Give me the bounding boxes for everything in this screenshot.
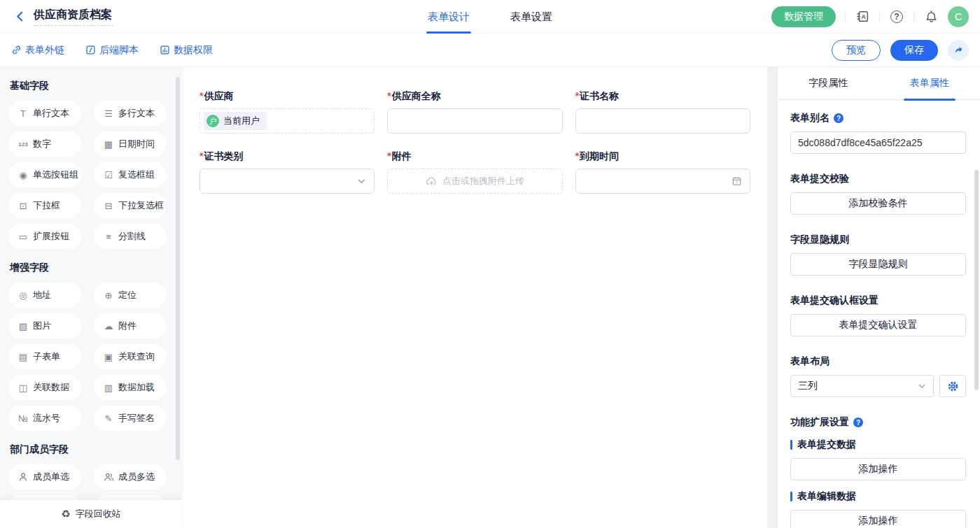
gear-icon bbox=[947, 380, 959, 392]
notification-bell-icon[interactable] bbox=[923, 9, 939, 24]
date-control[interactable]: 7 bbox=[575, 169, 750, 194]
sidebar-item-linked-query[interactable]: ▣关联查询 bbox=[94, 344, 167, 369]
divider bbox=[913, 12, 914, 22]
user-avatar[interactable]: C bbox=[948, 6, 969, 27]
chevron-left-icon bbox=[14, 10, 26, 22]
sidebar-item-linked-data[interactable]: ◫关联数据 bbox=[8, 375, 81, 400]
form-layout-select[interactable]: 三列 bbox=[790, 375, 934, 397]
add-validation-button[interactable]: 添加校验条件 bbox=[790, 192, 966, 215]
sidebar-section-title: 基础字段 bbox=[10, 80, 172, 92]
form-field[interactable]: *附件点击或拖拽附件上传 bbox=[387, 150, 562, 194]
sidebar-item-location[interactable]: ⊕定位 bbox=[94, 283, 167, 308]
panel-scrollbar[interactable] bbox=[974, 170, 979, 390]
upload-control[interactable]: 点击或拖拽附件上传 bbox=[387, 169, 562, 194]
form-properties-body: 表单别名 ? 表单提交校验 添加校验条件 字段显隐规则 字段显隐规则 表单提交确… bbox=[778, 100, 980, 528]
sidebar-item-single-line-text[interactable]: T单行文本 bbox=[8, 101, 81, 126]
form-alias-input[interactable] bbox=[790, 131, 966, 154]
tab-form-properties[interactable]: 表单属性 bbox=[879, 67, 980, 99]
sidebar-item-label: 关联查询 bbox=[118, 350, 155, 363]
required-marker: * bbox=[575, 90, 579, 101]
multi-line-text-icon: ☰ bbox=[103, 108, 114, 119]
sidebar-item-member-multi[interactable]: 成员多选 bbox=[94, 464, 167, 490]
field-visibility-button[interactable]: 字段显隐规则 bbox=[790, 253, 966, 276]
external-link-button[interactable]: 表单外链 bbox=[11, 44, 64, 57]
linked-data-icon: ◫ bbox=[18, 383, 29, 393]
data-permission-button[interactable]: 数据权限 bbox=[160, 44, 213, 57]
form-field[interactable]: *供应商全称 bbox=[387, 90, 562, 134]
attachment-icon: ☁ bbox=[103, 321, 114, 331]
member-multi-icon bbox=[103, 472, 114, 482]
cloud-upload-icon bbox=[426, 176, 438, 186]
sidebar-item-dropdown[interactable]: ⊡下拉框 bbox=[8, 193, 81, 218]
sidebar-item-image[interactable]: ▨图片 bbox=[8, 313, 81, 338]
preview-button[interactable]: 预览 bbox=[832, 40, 881, 61]
help-icon[interactable]: ? bbox=[834, 113, 844, 123]
form-design-canvas[interactable]: *供应商户当前用户*供应商全称*证书名称*证书类别*附件点击或拖拽附件上传*到期… bbox=[182, 67, 767, 528]
save-button[interactable]: 保存 bbox=[890, 40, 938, 61]
user-tag-label: 当前用户 bbox=[223, 115, 260, 127]
toolbar-actions: 预览 保存 bbox=[832, 40, 969, 61]
tab-field-properties[interactable]: 字段属性 bbox=[778, 67, 879, 99]
sidebar-item-divider[interactable]: ≡分割线 bbox=[94, 224, 167, 249]
form-layout-label: 表单布局 bbox=[790, 355, 966, 368]
sidebar-item-label: 地址 bbox=[33, 289, 51, 301]
required-marker: * bbox=[200, 150, 203, 162]
form-field[interactable]: *证书名称 bbox=[575, 90, 750, 134]
sidebar-item-label: 关联数据 bbox=[33, 381, 69, 394]
accent-bar bbox=[790, 492, 792, 501]
sidebar-item-serial-number[interactable]: №流水号 bbox=[8, 406, 81, 431]
backend-script-button[interactable]: 后端脚本 bbox=[85, 44, 139, 57]
text-input-control[interactable] bbox=[575, 108, 750, 134]
user-tag[interactable]: 户当前用户 bbox=[204, 112, 267, 130]
form-field[interactable]: *到期时间7 bbox=[575, 150, 750, 194]
form-field[interactable]: *证书类别 bbox=[200, 150, 374, 194]
sidebar-item-label: 附件 bbox=[118, 320, 136, 332]
help-icon[interactable]: ? bbox=[889, 9, 904, 24]
sidebar-item-radio-group[interactable]: ◉单选按钮组 bbox=[8, 162, 81, 187]
data-permission-icon bbox=[160, 45, 170, 55]
back-button[interactable] bbox=[11, 8, 28, 25]
tab-form-design[interactable]: 表单设计 bbox=[428, 0, 470, 34]
sidebar-item-address[interactable]: ◎地址 bbox=[8, 283, 81, 308]
sidebar-item-data-load[interactable]: ▥数据加载 bbox=[94, 375, 167, 400]
sidebar-item-attachment[interactable]: ☁附件 bbox=[94, 313, 167, 338]
user-field-control[interactable]: 户当前用户 bbox=[200, 108, 374, 134]
layout-settings-button[interactable] bbox=[939, 375, 966, 397]
submit-validation-section: 表单提交校验 添加校验条件 bbox=[790, 173, 966, 215]
sidebar-item-multi-line-text[interactable]: ☰多行文本 bbox=[94, 101, 167, 126]
subform-icon: ▤ bbox=[18, 352, 29, 362]
chevron-down-icon bbox=[918, 382, 926, 390]
sidebar-item-label: 扩展按钮 bbox=[33, 230, 69, 243]
contacts-icon[interactable]: A bbox=[855, 9, 870, 24]
address-icon: ◎ bbox=[18, 290, 29, 301]
header-actions: 数据管理 A ? C bbox=[771, 6, 969, 27]
sidebar-item-subform[interactable]: ▤子表单 bbox=[8, 344, 81, 369]
text-input-control[interactable] bbox=[387, 108, 562, 134]
select-control[interactable] bbox=[200, 169, 374, 194]
serial-number-icon: № bbox=[18, 413, 29, 424]
sidebar-item-member-single[interactable]: 成员单选 bbox=[8, 464, 81, 490]
sidebar-item-label: 多行文本 bbox=[118, 107, 155, 120]
sidebar-item-label: 数据加载 bbox=[118, 381, 155, 394]
submit-confirm-button[interactable]: 表单提交确认设置 bbox=[790, 314, 966, 336]
form-field[interactable]: *供应商户当前用户 bbox=[200, 90, 374, 134]
sidebar-scrollbar[interactable] bbox=[176, 77, 180, 460]
data-manage-button[interactable]: 数据管理 bbox=[771, 6, 836, 27]
page-title[interactable]: 供应商资质档案 bbox=[34, 7, 113, 26]
share-button[interactable] bbox=[948, 40, 969, 61]
sidebar-item-datetime[interactable]: ▦日期时间 bbox=[94, 131, 167, 157]
sidebar-item-dropdown-multi[interactable]: ⊟下拉复选框 bbox=[94, 193, 167, 218]
tab-form-settings[interactable]: 表单设置 bbox=[510, 0, 552, 34]
submit-data-add-button[interactable]: 添加操作 bbox=[790, 458, 966, 480]
svg-text:7: 7 bbox=[736, 180, 738, 185]
form-toolbar: 表单外链 后端脚本 数据权限 预览 保存 bbox=[0, 34, 980, 67]
edit-data-add-button[interactable]: 添加操作 bbox=[790, 510, 966, 528]
checkbox-group-icon: ☑ bbox=[103, 170, 114, 180]
sidebar-item-signature[interactable]: ✎手写签名 bbox=[94, 406, 167, 431]
field-recycle-bin-button[interactable]: ♻ 字段回收站 bbox=[0, 500, 182, 528]
sidebar-item-checkbox-group[interactable]: ☑复选框组 bbox=[94, 162, 167, 187]
sidebar-item-number[interactable]: 123数字 bbox=[8, 131, 81, 157]
help-icon[interactable]: ? bbox=[853, 418, 863, 427]
sidebar-item-extend-button[interactable]: ▭扩展按钮 bbox=[8, 224, 81, 249]
required-marker: * bbox=[387, 90, 391, 101]
